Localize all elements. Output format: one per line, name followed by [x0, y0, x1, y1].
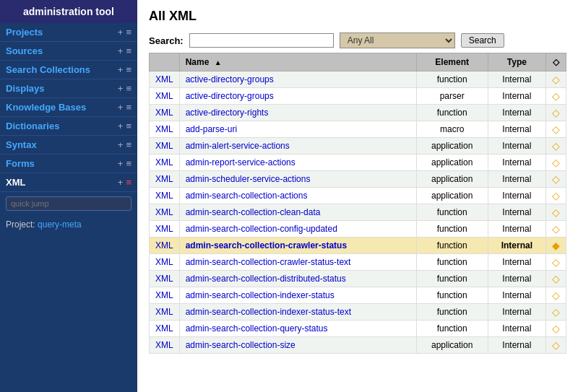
add-icon-projects[interactable]: +	[118, 27, 124, 38]
name-link[interactable]: admin-search-collection-indexer-status-t…	[186, 307, 351, 317]
element-cell: function	[416, 254, 488, 271]
menu-icon-search-collections[interactable]: ≡	[126, 64, 131, 75]
menu-icon-projects[interactable]: ≡	[126, 27, 131, 38]
add-icon-sources[interactable]: +	[118, 45, 124, 56]
table-row: XMLactive-directory-groupsparserInternal…	[150, 88, 566, 105]
search-input[interactable]	[189, 33, 334, 48]
table-container: Name ▲ Element Type ◇ XMLactive-director…	[137, 53, 578, 392]
quick-jump-input[interactable]	[6, 196, 131, 211]
name-cell: active-directory-rights	[179, 105, 416, 121]
xml-link[interactable]: XML	[155, 340, 173, 350]
xml-link[interactable]: XML	[155, 124, 173, 134]
menu-icon-forms[interactable]: ≡	[126, 158, 131, 169]
sidebar-item-syntax[interactable]: Syntax+≡	[0, 136, 137, 154]
element-cell: application	[416, 154, 488, 171]
col-header-name[interactable]: Name ▲	[179, 53, 416, 71]
menu-icon-sources[interactable]: ≡	[126, 45, 131, 56]
menu-icon-dictionaries[interactable]: ≡	[126, 121, 131, 131]
name-link[interactable]: active-directory-groups	[186, 91, 274, 101]
add-icon-dictionaries[interactable]: +	[118, 121, 124, 131]
sidebar-item-dictionaries[interactable]: Dictionaries+≡	[0, 117, 137, 136]
table-body: XMLactive-directory-groupsfunctionIntern…	[150, 71, 566, 354]
xml-link[interactable]: XML	[155, 274, 173, 284]
xml-link[interactable]: XML	[155, 108, 173, 118]
xml-cell: XML	[150, 204, 180, 221]
xml-link[interactable]: XML	[155, 174, 173, 184]
project-link[interactable]: query-meta	[38, 219, 82, 230]
sidebar-item-displays[interactable]: Displays+≡	[0, 79, 137, 98]
col-header-element: Element	[416, 53, 488, 71]
add-icon-syntax[interactable]: +	[118, 139, 124, 150]
add-icon-search-collections[interactable]: +	[118, 64, 124, 75]
diamond-cell: ◇	[546, 254, 566, 271]
element-cell: function	[416, 271, 488, 287]
name-link[interactable]: admin-alert-service-actions	[186, 141, 290, 151]
xml-link[interactable]: XML	[155, 290, 173, 300]
type-cell: Internal	[488, 171, 545, 188]
table-row: XMLadmin-search-collection-sizeapplicati…	[150, 337, 566, 354]
name-link[interactable]: admin-search-collection-indexer-status	[186, 290, 335, 300]
menu-icon-syntax[interactable]: ≡	[126, 139, 131, 150]
table-row: XMLadmin-search-collection-crawler-statu…	[150, 238, 566, 254]
name-cell: active-directory-groups	[179, 88, 416, 105]
add-icon-xml[interactable]: +	[118, 177, 124, 188]
name-link[interactable]: admin-search-collection-actions	[186, 191, 308, 201]
element-cell: function	[416, 321, 488, 337]
diamond-cell: ◇	[546, 121, 566, 138]
sidebar-item-projects[interactable]: Projects+≡	[0, 23, 137, 42]
name-link[interactable]: admin-search-collection-crawler-status-t…	[186, 257, 351, 267]
name-link[interactable]: admin-search-collection-crawler-status	[186, 240, 347, 251]
type-cell: Internal	[488, 254, 545, 271]
sidebar-item-forms[interactable]: Forms+≡	[0, 154, 137, 173]
sidebar-item-knowledge-bases[interactable]: Knowledge Bases+≡	[0, 98, 137, 117]
sidebar-item-search-collections[interactable]: Search Collections+≡	[0, 61, 137, 79]
diamond-cell: ◇	[546, 71, 566, 88]
name-link[interactable]: add-parse-uri	[186, 124, 237, 134]
project-line: Project: query-meta	[0, 215, 137, 234]
xml-link[interactable]: XML	[155, 323, 173, 334]
table-row: XMLadmin-search-collection-query-statusf…	[150, 321, 566, 337]
search-button[interactable]: Search	[461, 33, 504, 48]
sidebar-item-label-knowledge-bases: Knowledge Bases	[6, 102, 115, 113]
sidebar-item-xml[interactable]: XML+≡	[0, 173, 137, 192]
element-cell: function	[416, 204, 488, 221]
menu-icon-displays[interactable]: ≡	[126, 83, 131, 94]
name-link[interactable]: admin-search-collection-config-updated	[186, 224, 337, 234]
name-link[interactable]: admin-search-collection-size	[186, 340, 296, 350]
menu-icon-knowledge-bases[interactable]: ≡	[126, 102, 131, 113]
name-link[interactable]: admin-search-collection-clean-data	[186, 207, 321, 217]
element-cell: application	[416, 337, 488, 354]
xml-link[interactable]: XML	[155, 240, 173, 251]
diamond-cell: ◇	[546, 204, 566, 221]
xml-link[interactable]: XML	[155, 257, 173, 267]
name-link[interactable]: admin-report-service-actions	[186, 157, 296, 167]
search-dropdown[interactable]: Any All	[340, 32, 455, 48]
name-link[interactable]: admin-scheduler-service-actions	[186, 174, 311, 184]
xml-link[interactable]: XML	[155, 191, 173, 201]
diamond-icon: ◇	[552, 123, 560, 135]
diamond-icon: ◇	[552, 323, 560, 334]
xml-cell: XML	[150, 321, 180, 337]
add-icon-knowledge-bases[interactable]: +	[118, 102, 124, 113]
xml-link[interactable]: XML	[155, 307, 173, 317]
name-link[interactable]: active-directory-rights	[186, 108, 269, 118]
table-row: XMLadmin-search-collection-clean-datafun…	[150, 204, 566, 221]
xml-cell: XML	[150, 121, 180, 138]
type-cell: Internal	[488, 138, 545, 154]
xml-link[interactable]: XML	[155, 141, 173, 151]
xml-link[interactable]: XML	[155, 207, 173, 217]
menu-icon-xml[interactable]: ≡	[126, 177, 131, 188]
add-icon-displays[interactable]: +	[118, 83, 124, 94]
xml-cell: XML	[150, 88, 180, 105]
add-icon-forms[interactable]: +	[118, 158, 124, 169]
xml-link[interactable]: XML	[155, 74, 173, 84]
search-bar: Search: Any All Search	[137, 28, 578, 53]
xml-link[interactable]: XML	[155, 157, 173, 167]
sidebar-item-sources[interactable]: Sources+≡	[0, 42, 137, 61]
sidebar-item-label-displays: Displays	[6, 83, 115, 94]
name-link[interactable]: admin-search-collection-query-status	[186, 323, 328, 334]
xml-link[interactable]: XML	[155, 91, 173, 101]
xml-link[interactable]: XML	[155, 224, 173, 234]
name-link[interactable]: active-directory-groups	[186, 74, 274, 84]
name-link[interactable]: admin-search-collection-distributed-stat…	[186, 274, 346, 284]
